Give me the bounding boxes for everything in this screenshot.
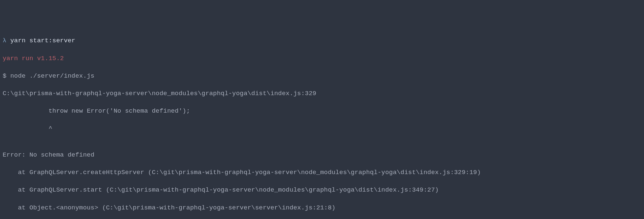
node-command-text: node ./server/index.js xyxy=(7,72,95,80)
prompt-lambda-icon: λ xyxy=(3,37,7,44)
throw-statement-line: throw new Error('No schema defined'); xyxy=(3,107,641,116)
node-command-line: $ node ./server/index.js xyxy=(3,72,641,81)
error-source-path: C:\git\prisma-with-graphql-yoga-server\n… xyxy=(3,89,641,98)
dollar-prompt-icon: $ xyxy=(3,72,7,80)
caret-pointer-line: ^ xyxy=(3,124,641,133)
yarn-run-line: yarn run v1.15.2 xyxy=(3,54,641,63)
stack-trace-line: at Object.<anonymous> (C:\git\prisma-wit… xyxy=(3,203,641,212)
error-header-line: Error: No schema defined xyxy=(3,151,641,160)
command-line: λ yarn start:server xyxy=(3,36,641,45)
command-text: yarn start:server xyxy=(7,37,76,44)
stack-trace-line: at GraphQLServer.start (C:\git\prisma-wi… xyxy=(3,186,641,195)
stack-trace-line: at GraphQLServer.createHttpServer (C:\gi… xyxy=(3,168,641,177)
